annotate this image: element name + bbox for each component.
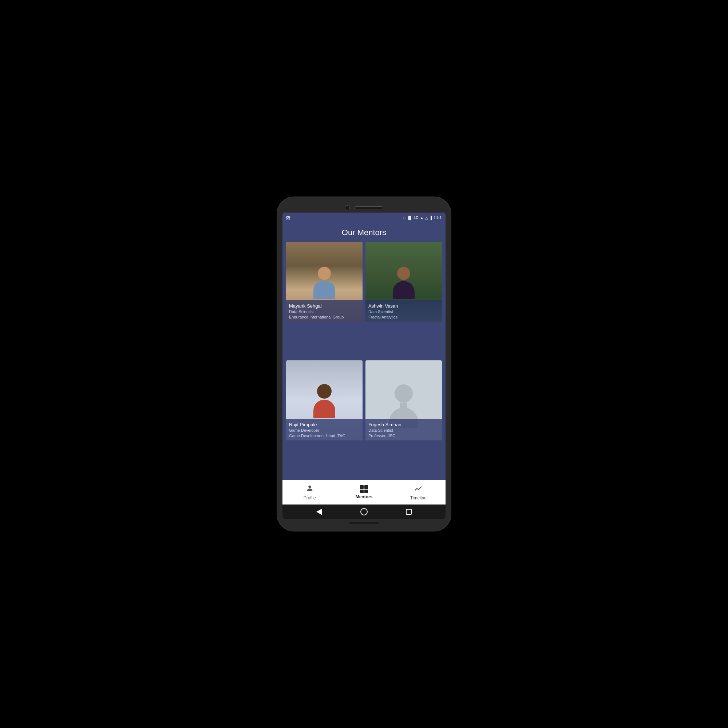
mentor-info-1: Mayank Sehgal Data Scientist Endurance I… [286,300,362,322]
status-bar: 🖼 ⊙ ▐▌ 4G ▲ △ ▐ 1:51 [283,213,445,223]
nav-item-mentors[interactable]: Mentors [337,483,391,502]
mentor-photo-figure-3 [314,384,335,418]
notification-icon: 🖼 [286,216,290,220]
phone-bottom-bar [283,519,445,526]
nav-label-timeline: Timeline [410,496,427,500]
mentor-company-3: Game Development Head, TAG [289,433,359,438]
mentor-info-2: Ashwin Vasan Data Scientist Fractal Anal… [366,300,442,322]
clock: 1:51 [434,215,442,220]
nav-label-mentors: Mentors [356,494,373,499]
phone-screen: 🖼 ⊙ ▐▌ 4G ▲ △ ▐ 1:51 Our Mentors [283,213,445,519]
phone-device: 🖼 ⊙ ▐▌ 4G ▲ △ ▐ 1:51 Our Mentors [277,197,451,531]
app-content: Our Mentors Mayank Sehgal Data Scientist [283,223,445,480]
mentor-photo-figure-1 [314,267,335,299]
mentors-grid-icon [360,485,368,493]
mentor-card-mayank[interactable]: Mayank Sehgal Data Scientist Endurance I… [286,242,362,322]
bottom-navigation: Profile Mentors [283,480,445,505]
signal-bars: ▲ [420,216,424,220]
back-button[interactable] [316,509,322,515]
home-button[interactable] [360,508,368,515]
profile-icon [306,484,314,494]
nav-item-profile[interactable]: Profile [283,482,337,503]
network-label: 4G [413,216,418,220]
mentor-role-3: Game Developer [289,428,359,433]
android-nav-bar [283,505,445,519]
mentor-photo-figure-2 [393,267,414,299]
nav-label-profile: Profile [304,496,316,500]
status-right-icons: ⊙ ▐▌ 4G ▲ △ ▐ 1:51 [402,215,442,220]
vibrate-icon: ▐▌ [407,216,412,220]
svg-point-0 [308,486,311,488]
status-left-icons: 🖼 [286,216,290,220]
mentor-info-3: Rajit Pimpale Game Developer Game Develo… [286,419,362,440]
mentor-name-4: Yogesh Simhan [369,422,439,428]
mentor-name-2: Ashwin Vasan [369,303,439,309]
phone-top-bar [283,202,445,213]
wifi-icon: ⊙ [402,216,405,220]
mentor-card-yogesh[interactable]: Yogesh Simhan Data Scientist Professor, … [366,360,442,440]
mentor-info-4: Yogesh Simhan Data Scientist Professor, … [366,419,442,440]
front-camera [345,205,350,210]
mentor-name-3: Rajit Pimpale [289,422,359,428]
mentor-company-2: Fractal Analytics [369,315,439,320]
bottom-speaker [349,522,379,524]
mentor-card-ashwin[interactable]: Ashwin Vasan Data Scientist Fractal Anal… [366,242,442,322]
mentors-grid: Mayank Sehgal Data Scientist Endurance I… [283,242,445,480]
page-title: Our Mentors [283,223,445,242]
timeline-icon [414,485,422,494]
mentor-company-1: Endurance International Group [289,315,359,320]
nav-item-timeline[interactable]: Timeline [391,482,445,503]
mentor-role-4: Data Scientist [369,428,439,433]
battery-icon: ▐ [430,216,432,220]
mentor-card-rajit[interactable]: Rajit Pimpale Game Developer Game Develo… [286,360,362,440]
mentor-role-2: Data Scientist [369,309,439,314]
signal-bars-2: △ [425,216,428,220]
mentor-name-1: Mayank Sehgal [289,303,359,309]
recents-button[interactable] [406,509,412,515]
mentor-role-1: Data Scientist [289,309,359,314]
earpiece-speaker [354,206,383,209]
mentor-company-4: Professor, IISC [369,433,439,438]
